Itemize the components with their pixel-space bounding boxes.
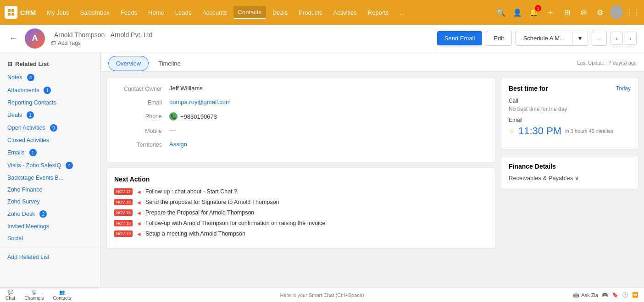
finance-title: Finance Details	[509, 163, 631, 170]
smart-chat-hint: Here is your Smart Chat (Ctrl+Space)	[71, 292, 573, 298]
email-relative: in 3 hours 45 minutes	[565, 128, 613, 134]
logo-text: CRM	[20, 9, 36, 16]
next-action-card: Next Action NOV 17 ◄ Follow up : chat ab…	[106, 168, 495, 249]
action-text-3: Follow-up with Arnold Thompson for confi…	[145, 220, 325, 226]
nav-salesinbox[interactable]: SalesInbox	[76, 6, 114, 19]
nav-more[interactable]: ...	[395, 6, 409, 19]
nav-arrows: ‹ ›	[611, 32, 637, 45]
channels-label: Channels	[24, 296, 44, 301]
next-action-list: NOV 17 ◄ Follow up : chat about - Start …	[114, 188, 488, 237]
contacts-label: Contacts	[53, 296, 71, 301]
action-date-0: NOV 17	[114, 188, 133, 195]
sidebar-item-count-4: 9	[50, 124, 57, 132]
contacts-bottom-item[interactable]: 👥 Contacts	[53, 290, 71, 301]
back-button[interactable]: ←	[7, 32, 19, 45]
territories-link[interactable]: Assign	[169, 141, 187, 148]
channels-icon: 📡	[31, 290, 37, 295]
sidebar-item-11[interactable]: Zoho Desk2	[0, 208, 100, 220]
sidebar-item-6[interactable]: Emails1	[0, 146, 100, 159]
send-email-button[interactable]: Send Email	[437, 31, 482, 45]
tab-overview[interactable]: Overview	[108, 56, 149, 71]
tab-timeline[interactable]: Timeline	[150, 56, 189, 71]
bell-icon-btn[interactable]: 🔔 1	[527, 6, 540, 19]
sidebar-collapse-icon[interactable]: ⊟	[7, 60, 12, 67]
more-options-button[interactable]: ...	[592, 31, 607, 46]
today-link[interactable]: Today	[616, 85, 631, 92]
sidebar-item-2[interactable]: Reporting Contacts	[0, 97, 100, 109]
left-panel: Contact Owner Jeff Williams Email pompa.…	[106, 77, 495, 282]
finance-details-card: Finance Details Receivables & Payables ∨	[501, 155, 638, 189]
sidebar-item-12[interactable]: Invited Meetings	[0, 220, 100, 232]
nav-myjobs[interactable]: My Jobs	[42, 6, 73, 19]
finance-link-text: Receivables & Payables	[509, 175, 573, 181]
last-update-label: Last Update : 7 day(s) ago	[577, 60, 637, 67]
sidebar-item-3[interactable]: Deals1	[0, 109, 100, 121]
related-list-label: Related List	[15, 60, 49, 67]
edit-button[interactable]: Edit	[486, 31, 511, 46]
nav-activities[interactable]: Activities	[329, 6, 361, 19]
sidebar-header: ⊟ Related List	[0, 57, 100, 71]
sidebar-item-5[interactable]: Closed Activities	[0, 134, 100, 146]
add-tags-btn[interactable]: 🏷 Add Tags	[50, 40, 432, 46]
prev-arrow-button[interactable]: ‹	[611, 32, 622, 45]
nav-contacts[interactable]: Contacts	[233, 6, 266, 19]
settings-icon-btn[interactable]: ⚙	[594, 6, 606, 19]
logo[interactable]: CRM	[5, 6, 36, 19]
action-date-4: NOV 19	[114, 231, 133, 237]
nav-leads[interactable]: Leads	[171, 6, 196, 19]
sidebar-item-label-4: Open Activities	[7, 125, 45, 131]
sidebar-item-13[interactable]: Social	[0, 232, 100, 244]
chat-bottom-item[interactable]: 💬 Chat	[6, 290, 15, 301]
nav-reports[interactable]: Reports	[363, 6, 394, 19]
user-icon-btn[interactable]: 👤	[511, 6, 524, 19]
nav-feeds[interactable]: Feeds	[116, 6, 142, 19]
schedule-dropdown-button[interactable]: ▼	[572, 31, 588, 46]
sidebar-item-1[interactable]: Attachments1	[0, 84, 100, 97]
gamepad-icon-btn[interactable]: 🎮	[602, 292, 608, 298]
finance-link[interactable]: Receivables & Payables ∨	[509, 175, 631, 181]
action-arrow-2: ◄	[136, 210, 142, 216]
clock-icon-btn[interactable]: 🕐	[622, 292, 628, 298]
add-related-list-btn[interactable]: Add Related List	[0, 250, 100, 264]
search-icon-btn[interactable]: 🔍	[494, 6, 507, 19]
nav-products[interactable]: Products	[294, 6, 327, 19]
mobile-label: Mobile	[114, 127, 169, 134]
sidebar-item-4[interactable]: Open Activities9	[0, 121, 100, 134]
header-bar: ← A Arnold Thompson Arnold Pvt. Ltd 🏷 Ad…	[0, 25, 644, 52]
bookmark-icon-btn[interactable]: 🔖	[612, 292, 618, 298]
sidebar-item-label-1: Attachments	[7, 87, 39, 93]
sidebar-item-label-8: Backstage Events B...	[7, 175, 63, 181]
sidebar-item-count-0: 4	[27, 74, 34, 81]
action-date-3: NOV 18	[114, 220, 133, 226]
zia-icon: 🤖	[573, 292, 579, 298]
schedule-button[interactable]: Schedule A M...	[516, 31, 572, 46]
nav-accounts[interactable]: Accounts	[198, 6, 231, 19]
action-arrow-1: ◄	[136, 199, 142, 206]
email-link[interactable]: pompa.roy@gmail.com	[169, 99, 231, 105]
nav-deals[interactable]: Deals	[268, 6, 292, 19]
sidebar-item-9[interactable]: Zoho Finance	[0, 184, 100, 196]
ask-zia-btn[interactable]: 🤖 Ask Zia	[573, 292, 598, 298]
grid-icon-btn[interactable]: ⊞	[561, 6, 573, 19]
sidebar-item-0[interactable]: Notes4	[0, 71, 100, 84]
logo-icon	[5, 6, 17, 19]
action-arrow-4: ◄	[136, 231, 142, 237]
top-navigation: CRM My Jobs SalesInbox Feeds Home Leads …	[0, 0, 644, 25]
history-icon-btn[interactable]: ⏪	[632, 292, 638, 298]
sidebar-item-10[interactable]: Zoho Survey	[0, 196, 100, 208]
sidebar-item-label-13: Social	[7, 235, 23, 242]
nav-home[interactable]: Home	[144, 6, 169, 19]
sidebar-item-label-0: Notes	[7, 74, 22, 81]
main-layout: ⊟ Related List Notes4Attachments1Reporti…	[0, 52, 644, 287]
mobile-row: Mobile —	[114, 127, 488, 134]
apps-icon-btn[interactable]: ⋮⋮	[627, 6, 639, 19]
best-time-card: Best time for Today Call No best time fo…	[501, 77, 638, 149]
email-icon-btn[interactable]: ✉	[577, 6, 590, 19]
plus-icon-btn[interactable]: ＋	[544, 6, 557, 19]
sidebar-item-8[interactable]: Backstage Events B...	[0, 172, 100, 184]
channels-bottom-item[interactable]: 📡 Channels	[24, 290, 44, 301]
sidebar-item-7[interactable]: Visits - Zoho SalesIQ4	[0, 159, 100, 172]
next-arrow-button[interactable]: ›	[625, 32, 637, 45]
owner-value: Jeff Williams	[169, 85, 488, 92]
avatar-btn[interactable]	[610, 6, 623, 19]
